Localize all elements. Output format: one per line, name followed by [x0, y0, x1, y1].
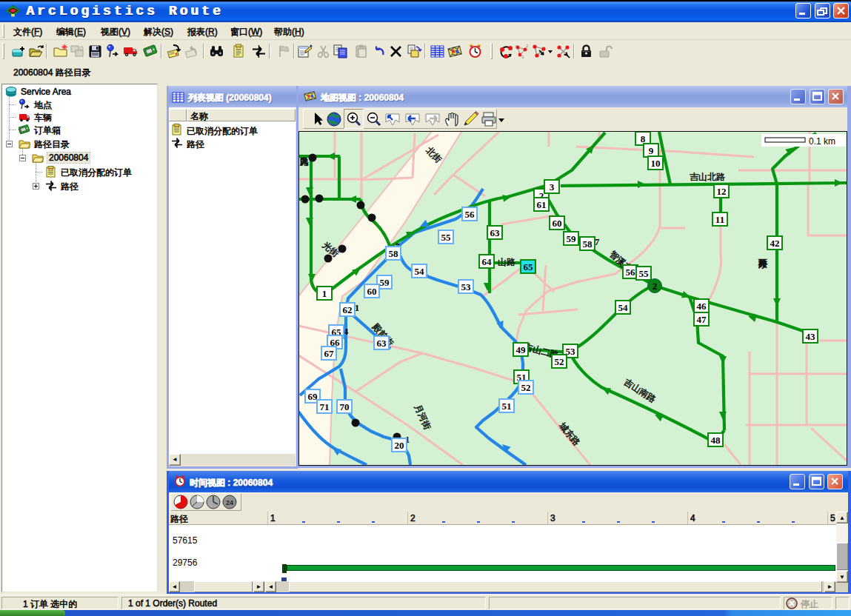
svg-text:3: 3 [521, 55, 524, 59]
svg-text:43: 43 [806, 331, 816, 342]
svg-text:62: 62 [343, 304, 353, 315]
svg-text:46: 46 [697, 301, 707, 312]
svg-text:52: 52 [555, 356, 564, 367]
svg-text:71: 71 [320, 401, 330, 412]
svg-text:54: 54 [415, 266, 425, 277]
svg-text:52: 52 [521, 382, 531, 393]
svg-text:60: 60 [553, 218, 562, 229]
svg-text:65: 65 [524, 261, 534, 272]
svg-text:47: 47 [697, 314, 707, 325]
svg-text:9: 9 [649, 145, 654, 156]
svg-text:69: 69 [308, 391, 318, 402]
svg-text:2: 2 [526, 44, 529, 48]
svg-text:58: 58 [389, 248, 399, 259]
svg-text:56: 56 [465, 209, 475, 220]
svg-text:59: 59 [380, 277, 390, 288]
svg-text:59: 59 [567, 233, 577, 244]
svg-text:0.1 km: 0.1 km [809, 136, 835, 147]
svg-text:64: 64 [482, 256, 493, 267]
svg-text:54: 54 [618, 302, 629, 313]
svg-text:55: 55 [639, 268, 650, 279]
svg-text:8: 8 [641, 133, 646, 144]
svg-text:61: 61 [537, 199, 547, 210]
svg-text:10: 10 [651, 158, 661, 169]
svg-text:51: 51 [502, 401, 512, 412]
svg-text:3: 3 [550, 181, 555, 192]
svg-text:63: 63 [377, 338, 387, 349]
svg-text:53: 53 [461, 281, 472, 292]
svg-text:55: 55 [441, 232, 452, 243]
svg-text:70: 70 [340, 401, 350, 412]
svg-text:2: 2 [653, 281, 658, 292]
svg-text:11: 11 [715, 214, 724, 225]
svg-text:24: 24 [226, 499, 233, 506]
svg-text:1: 1 [322, 288, 327, 299]
svg-text:67: 67 [324, 348, 335, 359]
svg-text:56: 56 [626, 267, 636, 278]
svg-text:42: 42 [770, 238, 780, 249]
svg-text:49: 49 [516, 344, 527, 355]
svg-text:58: 58 [583, 238, 593, 250]
svg-text:48: 48 [711, 435, 721, 446]
svg-text:12: 12 [717, 186, 727, 197]
svg-text:20: 20 [395, 440, 404, 451]
svg-text:63: 63 [490, 227, 501, 238]
svg-text:60: 60 [367, 286, 377, 297]
